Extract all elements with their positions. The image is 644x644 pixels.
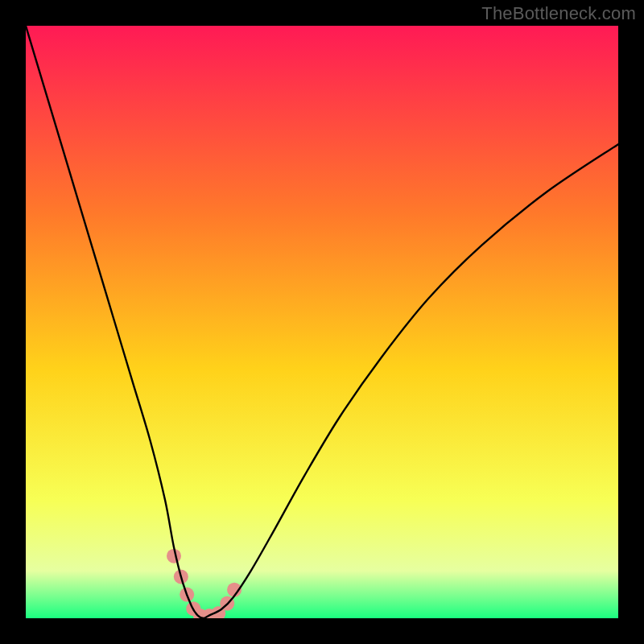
chart-container: TheBottleneck.com [0, 0, 644, 644]
watermark-text: TheBottleneck.com [481, 3, 636, 24]
chart-svg [26, 26, 618, 618]
plot-area [26, 26, 618, 618]
